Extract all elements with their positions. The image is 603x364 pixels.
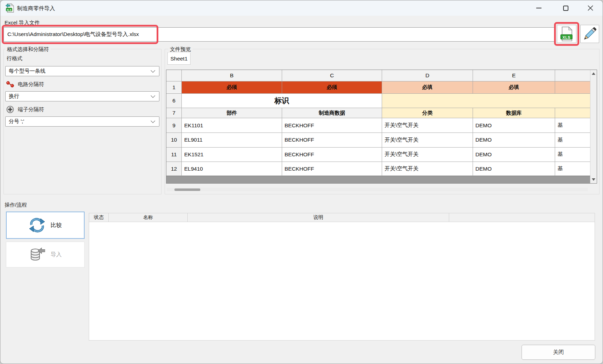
cell-database: DEMO: [473, 162, 555, 176]
grid-row-9: 9 EK1101 BECKHOFF 开关\空气开关 DEMO 基: [166, 118, 590, 133]
column-header-description[interactable]: 说明: [188, 213, 449, 222]
cell-field-header: 制造商数据: [282, 108, 382, 118]
minimize-icon: [536, 8, 541, 8]
cell-required: 必须: [282, 81, 382, 94]
cell-optional-empty: [555, 81, 590, 94]
cell-category: 开关\空气开关: [382, 162, 473, 176]
minimize-button[interactable]: [531, 0, 547, 16]
terminal-separator-select[interactable]: 分号 ';': [5, 116, 159, 127]
column-header-filler: [449, 213, 595, 222]
grid-row-12: 12 EL9410 BECKHOFF 开关\空气开关 DEMO 基: [166, 162, 590, 176]
column-header-b: B: [182, 70, 282, 81]
row-header: 1: [166, 81, 182, 94]
cell-partial: 基: [555, 133, 590, 148]
row-header: 9: [166, 118, 182, 133]
maximize-button[interactable]: [558, 0, 574, 16]
grid-row-11: 11 EK1521 BECKHOFF 开关\空气开关 DEMO 基: [166, 148, 590, 162]
preview-horizontal-scrollbar[interactable]: [167, 188, 588, 191]
chevron-down-icon: [151, 68, 155, 73]
circuit-separator-label: 电路分隔符: [18, 81, 44, 88]
grid-horizontal-scrollbar[interactable]: [166, 176, 590, 183]
column-header-name[interactable]: 名称: [109, 213, 188, 222]
row-header: 12: [166, 162, 182, 176]
close-window-button[interactable]: [582, 0, 598, 16]
cell-database: DEMO: [473, 148, 555, 162]
app-xls-import-icon: XLS: [5, 3, 14, 13]
format-group-title: 格式选择和分隔符: [5, 46, 51, 53]
cell-optional: 必填: [382, 81, 473, 94]
cell-database: DEMO: [473, 133, 555, 148]
terminal-separator-value: 分号 ';': [9, 118, 24, 125]
cell-database: DEMO: [473, 118, 555, 133]
cell-category: 开关\空气开关: [382, 133, 473, 148]
cell-merged-empty: [382, 94, 590, 108]
app-icon-xls-badge: XLS: [6, 9, 12, 11]
cell-partial: 基: [555, 148, 590, 162]
circuit-separator-select[interactable]: 换行: [5, 91, 159, 101]
tab-sheet1[interactable]: Sheet1: [167, 52, 191, 65]
cell-field-header-empty: [555, 108, 590, 118]
compare-button[interactable]: 比较: [6, 212, 85, 239]
actions-title: 操作/流程: [5, 202, 27, 208]
row-format-label: 行格式: [7, 55, 22, 62]
cell-part: EK1101: [182, 118, 282, 133]
grid-row-7: 7 部件 制造商数据 分类 数据库: [166, 108, 590, 118]
edit-file-button[interactable]: [580, 25, 599, 43]
cell-required: 必须: [182, 81, 282, 94]
title-bar: XLS 制造商零件导入: [0, 0, 603, 16]
close-button[interactable]: 关闭: [522, 345, 595, 360]
cell-category: 开关\空气开关: [382, 118, 473, 133]
grid-column-header-row: B C D E: [166, 70, 590, 81]
chevron-down-icon: [151, 119, 155, 123]
grid-row-1: 1 必须 必须 必填 必填: [166, 81, 590, 94]
maximize-icon: [563, 6, 568, 11]
close-icon: [588, 5, 593, 11]
grid-vertical-scrollbar[interactable]: [590, 70, 597, 183]
cell-manufacturer: BECKHOFF: [282, 162, 382, 176]
import-button-label: 导入: [51, 251, 62, 258]
cell-part: EL9011: [182, 133, 282, 148]
chevron-down-icon: [151, 93, 155, 98]
circuit-separator-value: 换行: [9, 93, 19, 100]
xls-icon-badge: XLS: [561, 35, 572, 40]
row-format-value: 每个型号一条线: [9, 68, 45, 74]
cell-part: EL9410: [182, 162, 282, 176]
cell-partial: 基: [555, 162, 590, 176]
window-title: 制造商零件导入: [17, 5, 55, 12]
row-header: 11: [166, 148, 182, 162]
circuit-separator-icon: [6, 80, 14, 88]
cell-field-header: 数据库: [473, 108, 555, 118]
compare-sync-icon: [29, 218, 45, 233]
cell-section-title: 标识: [182, 94, 382, 108]
column-header-e: E: [473, 70, 555, 81]
open-excel-file-button[interactable]: XLS: [557, 25, 576, 43]
excel-file-label: Excel 导入文件: [5, 20, 40, 26]
scrollbar-thumb[interactable]: [174, 188, 200, 191]
row-header: 7: [166, 108, 182, 118]
cell-optional: 必填: [473, 81, 555, 94]
import-dialog-window: XLS 制造商零件导入 Excel 导入文件 XLS: [0, 0, 603, 364]
compare-button-label: 比较: [51, 222, 62, 229]
cell-part: EK1521: [182, 148, 282, 162]
xls-file-icon: XLS: [560, 27, 573, 41]
file-preview-title: 文件预览: [168, 46, 193, 53]
cell-category: 开关\空气开关: [382, 148, 473, 162]
import-button[interactable]: 导入: [6, 242, 85, 267]
cell-manufacturer: BECKHOFF: [282, 133, 382, 148]
terminal-separator-icon: [6, 105, 14, 114]
column-header-status[interactable]: 状态: [89, 213, 109, 222]
column-header-partial: [555, 70, 590, 81]
cell-manufacturer: BECKHOFF: [282, 118, 382, 133]
column-header-d: D: [382, 70, 473, 81]
result-list-header: 状态 名称 说明: [89, 213, 595, 222]
scroll-down-icon[interactable]: [592, 178, 595, 181]
cell-manufacturer: BECKHOFF: [282, 148, 382, 162]
grid-row-10: 10 EL9011 BECKHOFF 开关\空气开关 DEMO 基: [166, 133, 590, 148]
file-path-input[interactable]: [3, 27, 555, 42]
import-database-icon: [29, 248, 45, 262]
row-format-select[interactable]: 每个型号一条线: [5, 66, 159, 76]
column-header-c: C: [282, 70, 382, 81]
cell-field-header: 分类: [382, 108, 473, 118]
scroll-up-icon[interactable]: [592, 72, 595, 75]
grid-corner-cell: [166, 70, 182, 81]
